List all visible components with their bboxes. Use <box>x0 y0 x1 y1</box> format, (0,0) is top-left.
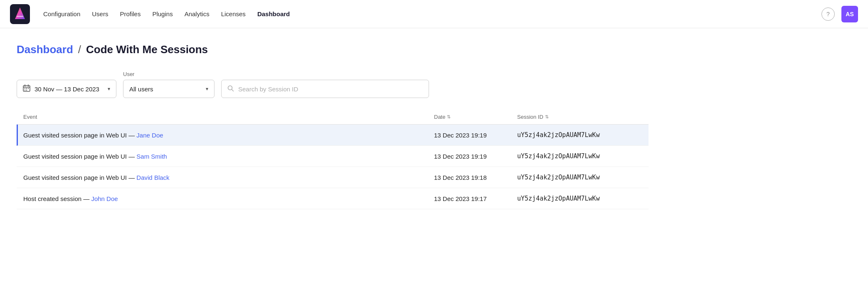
nav-analytics[interactable]: Analytics <box>185 9 210 19</box>
user-select[interactable]: All users ▾ <box>123 80 215 98</box>
table-row[interactable]: Host created session — John Doe 13 Dec 2… <box>17 188 649 209</box>
user-select-chevron-icon: ▾ <box>206 86 208 92</box>
event-date: 13 Dec 2023 19:19 <box>434 132 517 139</box>
svg-rect-9 <box>28 88 29 89</box>
nav-dashboard[interactable]: Dashboard <box>257 9 290 19</box>
nav-users[interactable]: Users <box>92 9 108 19</box>
breadcrumb-parent[interactable]: Dashboard <box>17 43 73 56</box>
filters-row: 30 Nov — 13 Dec 2023 ▾ User All users ▾ <box>17 71 649 98</box>
nav-right: ? AS <box>821 6 858 22</box>
date-range-value: 30 Nov — 13 Dec 2023 <box>35 86 104 93</box>
table-body: Guest visited session page in Web UI — J… <box>17 125 649 209</box>
search-icon <box>227 85 234 93</box>
svg-rect-7 <box>25 88 25 89</box>
user-filter-label: User <box>123 71 215 77</box>
svg-rect-8 <box>26 88 27 89</box>
event-text: Guest visited session page in Web UI — S… <box>23 153 434 160</box>
main-content: Dashboard / Code With Me Sessions <box>0 28 665 224</box>
table-header-row: Event Date ⇅ Session ID ⇅ <box>17 110 649 125</box>
nav-licenses[interactable]: Licenses <box>221 9 246 19</box>
date-sort-icon: ⇅ <box>447 114 451 120</box>
event-user-link[interactable]: Jane Doe <box>136 132 163 139</box>
event-text: Guest visited session page in Web UI — J… <box>23 132 434 139</box>
table-row[interactable]: Guest visited session page in Web UI — D… <box>17 167 649 188</box>
breadcrumb-current: Code With Me Sessions <box>86 43 208 56</box>
svg-rect-10 <box>25 90 25 91</box>
user-select-value: All users <box>129 86 202 93</box>
session-id: uY5zj4ak2jzOpAUAM7LwKw <box>517 195 642 202</box>
calendar-icon <box>23 84 30 93</box>
session-sort-icon: ⇅ <box>545 114 549 120</box>
event-date: 13 Dec 2023 19:19 <box>434 153 517 160</box>
session-search-box[interactable] <box>221 80 429 98</box>
user-avatar[interactable]: AS <box>841 6 858 22</box>
svg-line-13 <box>232 89 234 91</box>
user-filter-group: User All users ▾ <box>123 71 215 98</box>
nav-configuration[interactable]: Configuration <box>43 9 80 19</box>
nav-plugins[interactable]: Plugins <box>152 9 173 19</box>
svg-rect-11 <box>26 90 27 91</box>
event-user-link[interactable]: John Doe <box>91 195 118 202</box>
col-header-session-id[interactable]: Session ID ⇅ <box>517 114 642 120</box>
svg-rect-2 <box>17 16 23 17</box>
event-date: 13 Dec 2023 19:18 <box>434 174 517 181</box>
event-text: Host created session — John Doe <box>23 195 434 202</box>
table-row[interactable]: Guest visited session page in Web UI — S… <box>17 146 649 167</box>
nav-profiles[interactable]: Profiles <box>120 9 141 19</box>
navbar: Configuration Users Profiles Plugins Ana… <box>0 0 868 28</box>
nav-links: Configuration Users Profiles Plugins Ana… <box>43 9 808 19</box>
sessions-table: Event Date ⇅ Session ID ⇅ Guest visited … <box>17 110 649 209</box>
help-button[interactable]: ? <box>821 7 835 21</box>
session-id: uY5zj4ak2jzOpAUAM7LwKw <box>517 174 642 181</box>
event-user-link[interactable]: Sam Smith <box>136 153 167 160</box>
event-text: Guest visited session page in Web UI — D… <box>23 174 434 181</box>
table-row[interactable]: Guest visited session page in Web UI — J… <box>17 125 649 146</box>
col-header-event: Event <box>23 114 434 120</box>
session-id: uY5zj4ak2jzOpAUAM7LwKw <box>517 131 642 139</box>
event-date: 13 Dec 2023 19:17 <box>434 195 517 202</box>
search-input[interactable] <box>238 86 423 93</box>
col-header-date[interactable]: Date ⇅ <box>434 114 517 120</box>
session-id: uY5zj4ak2jzOpAUAM7LwKw <box>517 152 642 160</box>
date-picker-chevron-icon: ▾ <box>108 86 110 92</box>
breadcrumb-separator: / <box>78 43 81 56</box>
app-logo[interactable] <box>10 4 30 24</box>
breadcrumb: Dashboard / Code With Me Sessions <box>17 43 649 56</box>
date-range-picker[interactable]: 30 Nov — 13 Dec 2023 ▾ <box>17 80 116 98</box>
event-user-link[interactable]: David Black <box>136 174 169 181</box>
